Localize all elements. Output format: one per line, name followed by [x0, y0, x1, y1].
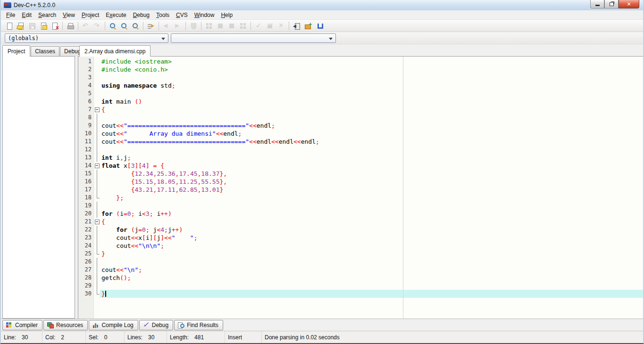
- menu-item-execute[interactable]: Execute: [102, 11, 129, 19]
- fold-marker[interactable]: [94, 290, 100, 298]
- replace-button[interactable]: [130, 21, 141, 31]
- dev-cpp-window: Dev-C++ 5.2.0.0 × FileEditSearchViewProj…: [0, 0, 644, 344]
- code-editor[interactable]: 1#include <iostream>2#include <conio.h>3…: [78, 56, 643, 319]
- toolbar-separator: [105, 22, 105, 30]
- code-line[interactable]: int i,j;: [100, 154, 643, 162]
- find-button[interactable]: [107, 21, 118, 31]
- editor-line: 22 for (j=0; j<4;j++): [78, 226, 643, 234]
- fold-marker[interactable]: [94, 162, 100, 170]
- line-number: 14: [78, 162, 94, 170]
- file-tab[interactable]: 2.Array dua dimensi.cpp: [79, 45, 151, 57]
- close-file-button[interactable]: [49, 21, 60, 31]
- bottom-tab-debug[interactable]: Debug: [139, 320, 173, 330]
- fold-marker[interactable]: [94, 106, 100, 114]
- project-browser-panel[interactable]: [2, 56, 75, 319]
- editor-line: 18 };: [78, 194, 643, 202]
- new-file-button[interactable]: [4, 21, 15, 31]
- code-line[interactable]: [100, 74, 643, 82]
- line-number: 18: [78, 194, 94, 202]
- code-line[interactable]: float x[3][4] = {: [100, 162, 643, 170]
- fold-marker: [94, 178, 100, 186]
- sidebar-tab-classes[interactable]: Classes: [31, 46, 59, 56]
- code-line[interactable]: #include <iostream>: [100, 57, 643, 66]
- menu-item-search[interactable]: Search: [35, 11, 59, 19]
- status-lines: Lines:30: [125, 331, 167, 343]
- fold-marker[interactable]: [94, 250, 100, 258]
- insert-button[interactable]: [291, 21, 302, 31]
- code-line[interactable]: {43.21,17.11,62.85,13.01}: [100, 186, 643, 194]
- bottom-tab-compiler[interactable]: Compiler: [2, 320, 42, 330]
- add-to-project-icon: [304, 22, 312, 30]
- menu-item-cvs[interactable]: CVS: [173, 11, 191, 19]
- code-line[interactable]: cout<<" Array dua dimensi"<<endl;: [100, 130, 643, 138]
- open-file-button[interactable]: [15, 21, 26, 31]
- code-line[interactable]: }: [100, 290, 643, 298]
- code-line[interactable]: [100, 258, 643, 266]
- minimize-button[interactable]: [590, 0, 604, 8]
- code-line[interactable]: for (i=0; i<3; i++): [100, 210, 643, 218]
- code-line[interactable]: cout<<"================================"…: [100, 122, 643, 130]
- code-line[interactable]: };: [100, 194, 643, 202]
- bottom-tab-compile-log[interactable]: Compile Log: [89, 320, 138, 330]
- code-line[interactable]: int main (): [100, 98, 643, 106]
- line-number: 23: [78, 234, 94, 242]
- code-line[interactable]: for (j=0; j<4;j++): [100, 226, 643, 234]
- menu-item-project[interactable]: Project: [78, 11, 102, 19]
- menu-item-edit[interactable]: Edit: [18, 11, 35, 19]
- editor-line: 16 {15.15,18.05,11.25,55.55},: [78, 178, 643, 186]
- code-line[interactable]: [100, 114, 643, 122]
- code-line[interactable]: {15.15,18.05,11.25,55.55},: [100, 178, 643, 186]
- code-line[interactable]: cout<<"================================"…: [100, 138, 643, 146]
- code-line[interactable]: using namespace std;: [100, 82, 643, 90]
- code-line[interactable]: {: [100, 218, 643, 226]
- find-results-icon: [177, 322, 184, 328]
- editor-line: 5: [78, 90, 643, 98]
- profile-button: [188, 21, 199, 31]
- code-line[interactable]: cout<<"\n\n";: [100, 242, 643, 250]
- menu-item-tools[interactable]: Tools: [153, 11, 173, 19]
- code-line[interactable]: [100, 90, 643, 98]
- goto-line-button[interactable]: [145, 21, 157, 31]
- code-line[interactable]: [100, 202, 643, 210]
- code-line[interactable]: [100, 282, 643, 290]
- menu-item-window[interactable]: Window: [191, 11, 218, 19]
- code-line[interactable]: getch();: [100, 274, 643, 282]
- undo-button: [80, 21, 92, 31]
- close-button[interactable]: ×: [619, 0, 639, 8]
- menu-item-debug[interactable]: Debug: [130, 11, 153, 19]
- code-line[interactable]: cout<<x[i][j]<<" ";: [100, 234, 643, 242]
- line-number: 3: [78, 74, 94, 82]
- restore-button[interactable]: [604, 0, 619, 8]
- fold-gutter-cell: [94, 57, 100, 66]
- sidebar-tab-project[interactable]: Project: [2, 45, 30, 57]
- bottom-tab-find-results[interactable]: Find Results: [174, 320, 223, 330]
- bottom-tab-resources[interactable]: Resources: [43, 320, 88, 330]
- line-number: 2: [78, 66, 94, 74]
- print-button[interactable]: [65, 21, 76, 31]
- globals-combobox[interactable]: (globals): [5, 33, 168, 43]
- remove-from-project-button[interactable]: [314, 21, 325, 31]
- code-line[interactable]: #include <conio.h>: [100, 66, 643, 74]
- status-length: Length:481: [167, 331, 225, 343]
- menu-item-view[interactable]: View: [59, 11, 78, 19]
- line-number: 17: [78, 186, 94, 194]
- members-combobox[interactable]: [171, 33, 336, 43]
- window-controls: ×: [590, 0, 639, 8]
- code-line[interactable]: }: [100, 250, 643, 258]
- fold-marker[interactable]: [94, 194, 100, 202]
- menu-item-help[interactable]: Help: [217, 11, 236, 19]
- fold-marker[interactable]: [94, 218, 100, 226]
- menu-item-file[interactable]: File: [3, 11, 18, 19]
- status-message: Done parsing in 0.02 seconds: [262, 331, 643, 343]
- find-in-files-button[interactable]: [118, 21, 130, 31]
- line-number: 5: [78, 90, 94, 98]
- fold-gutter-cell: [94, 66, 100, 74]
- code-line[interactable]: cout<<"\n";: [100, 266, 643, 274]
- save-all-button[interactable]: [38, 21, 49, 31]
- line-number: 20: [78, 210, 94, 218]
- code-line[interactable]: {12.34,25.36,17.45,18.37},: [100, 170, 643, 178]
- editor-line: 21{: [78, 218, 643, 226]
- code-line[interactable]: [100, 146, 643, 154]
- code-line[interactable]: {: [100, 106, 643, 114]
- add-to-project-button[interactable]: [302, 21, 314, 31]
